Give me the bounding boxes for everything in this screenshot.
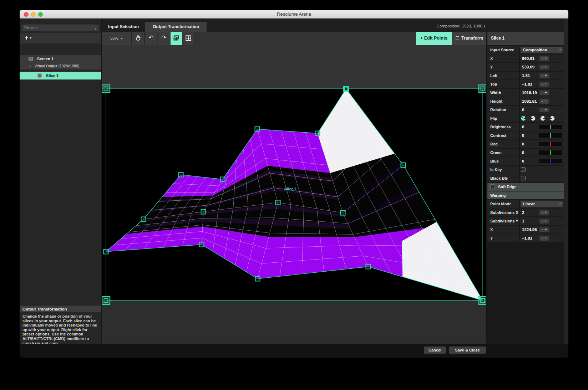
value-stepper[interactable]: - + xyxy=(539,99,549,104)
value-stepper[interactable]: - + xyxy=(539,219,549,224)
mesh-point-handle[interactable] xyxy=(341,211,345,215)
edit-points-button[interactable]: + Edit Points xyxy=(416,32,452,45)
property-label: Black BG xyxy=(490,174,508,182)
title-bar[interactable]: Resolume Arena xyxy=(20,10,568,19)
mesh-point-handle[interactable] xyxy=(199,242,204,247)
mesh-point-handle[interactable] xyxy=(104,250,108,254)
slider-handle[interactable] xyxy=(550,159,551,163)
soft-edge-checkbox[interactable] xyxy=(490,184,495,189)
mesh-point-handle[interactable] xyxy=(315,131,320,136)
pan-tool-button[interactable] xyxy=(132,32,145,45)
tab-input-selection[interactable]: Input Selection xyxy=(103,22,143,32)
chevron-down-icon: ▾ xyxy=(121,37,123,40)
section-header-warping[interactable]: Warping xyxy=(487,191,564,199)
blue-slider[interactable] xyxy=(539,159,562,163)
flip-icon-2[interactable] xyxy=(540,116,545,121)
redo-button[interactable]: ↷ xyxy=(158,32,170,45)
value-stepper[interactable]: - + xyxy=(539,210,549,215)
property-value[interactable]: 1.81 xyxy=(522,72,530,79)
presets-dropdown[interactable]: Presets ▾ xyxy=(21,24,99,31)
mesh-point-handle[interactable] xyxy=(255,127,260,132)
point-mode-dropdown[interactable]: Linear▾ xyxy=(521,201,563,207)
tree-expand-icon[interactable]: ▾ xyxy=(29,65,31,68)
brightness-slider[interactable] xyxy=(539,125,562,129)
property-row-flip: Flip xyxy=(487,114,564,122)
flip-icon-3[interactable] xyxy=(550,116,555,121)
is-key-checkbox[interactable] xyxy=(521,167,526,172)
flip-icon-1[interactable] xyxy=(531,116,536,121)
slice-mesh-canvas[interactable]: Slice 1 xyxy=(102,45,486,344)
property-value[interactable]: 0 xyxy=(522,149,524,156)
slice-checkbox[interactable] xyxy=(37,73,42,78)
property-value[interactable]: 0 xyxy=(522,140,524,148)
mesh-point-handle[interactable] xyxy=(255,277,260,281)
input-source-dropdown[interactable]: Composition▾ xyxy=(521,47,563,53)
property-label: Height xyxy=(490,97,502,105)
tree-item-slice-selected[interactable]: Slice 1 xyxy=(20,72,101,79)
mesh-point-handle[interactable] xyxy=(366,265,371,269)
value-stepper[interactable]: - + xyxy=(539,65,549,70)
property-value[interactable]: –1.81 xyxy=(522,234,532,242)
value-stepper[interactable]: - + xyxy=(539,227,549,232)
corner-handle[interactable] xyxy=(102,297,110,304)
value-stepper[interactable]: - + xyxy=(539,56,549,61)
output-canvas[interactable]: Slice 1 xyxy=(102,45,486,344)
undo-button[interactable]: ↶ xyxy=(145,32,157,45)
slider-handle[interactable] xyxy=(550,142,551,146)
mesh-point-handle[interactable] xyxy=(179,173,183,177)
corner-handle[interactable] xyxy=(479,85,486,93)
value-stepper[interactable]: - + xyxy=(539,236,549,241)
corner-handle[interactable] xyxy=(345,88,348,90)
black-bg-checkbox[interactable] xyxy=(521,176,526,180)
property-value[interactable]: –1.81 xyxy=(522,80,532,88)
add-slice-button[interactable]: +▾ xyxy=(25,34,31,42)
slider-handle[interactable] xyxy=(550,125,551,129)
show-slices-button[interactable] xyxy=(171,32,182,45)
tree-item-screen[interactable]: Screen 1 xyxy=(20,55,101,62)
property-value[interactable]: 539.09 xyxy=(522,63,534,71)
save-close-button[interactable]: Save & Close xyxy=(449,347,486,354)
cancel-button[interactable]: Cancel xyxy=(424,347,446,354)
property-value[interactable]: 1224.95 xyxy=(522,226,537,234)
value-stepper[interactable]: - + xyxy=(539,91,549,95)
value-stepper[interactable]: - + xyxy=(539,73,549,78)
red-slider[interactable] xyxy=(539,142,562,146)
property-value[interactable]: 0 xyxy=(522,157,524,165)
quad-view-button[interactable] xyxy=(183,32,194,45)
property-label: Green xyxy=(490,149,502,156)
property-value[interactable]: 0 xyxy=(522,106,524,114)
property-row-rotation: Rotation0- + xyxy=(487,106,564,114)
property-value[interactable]: 1918.19 xyxy=(522,89,537,97)
column-divider xyxy=(519,140,519,148)
tree-item-virtual-output[interactable]: ▾ Virtual Output (1920x1080) xyxy=(20,62,101,70)
transform-button[interactable]: Transform xyxy=(452,32,486,45)
slider-handle[interactable] xyxy=(550,150,551,155)
section-header-soft-edge[interactable]: Soft Edge xyxy=(487,183,564,191)
mesh-point-handle[interactable] xyxy=(401,163,406,168)
green-slider[interactable] xyxy=(539,150,562,155)
property-value[interactable]: 960.91 xyxy=(522,55,534,62)
property-label: Subdivisions Y xyxy=(490,217,518,225)
mesh-point-handle[interactable] xyxy=(141,217,146,222)
slider-handle[interactable] xyxy=(550,133,551,138)
screen-checkbox[interactable] xyxy=(29,57,33,61)
property-value[interactable]: 0 xyxy=(522,132,524,139)
property-row-top: Top–1.81- + xyxy=(487,80,564,88)
value-stepper[interactable]: - + xyxy=(539,108,549,112)
tab-output-transformation[interactable]: Output Transformation xyxy=(145,22,207,32)
corner-handle[interactable] xyxy=(102,85,110,93)
mesh-point-handle[interactable] xyxy=(201,210,206,214)
property-value[interactable]: 1081.81 xyxy=(522,97,537,105)
flip-icon-0[interactable] xyxy=(521,116,526,121)
contrast-slider[interactable] xyxy=(539,133,562,138)
zoom-level-dropdown[interactable]: 55%▾ xyxy=(102,32,132,45)
value-stepper[interactable]: - + xyxy=(539,82,549,87)
mesh-point-handle[interactable] xyxy=(220,177,225,182)
mesh-point-handle[interactable] xyxy=(276,200,280,205)
corner-handle[interactable] xyxy=(479,297,486,304)
property-row-x: X1224.95- + xyxy=(487,226,564,234)
property-value[interactable]: 1 xyxy=(522,217,524,225)
property-row-blue: Blue0 xyxy=(487,157,564,165)
property-value[interactable]: 2 xyxy=(522,209,524,216)
property-value[interactable]: 0 xyxy=(522,123,524,131)
